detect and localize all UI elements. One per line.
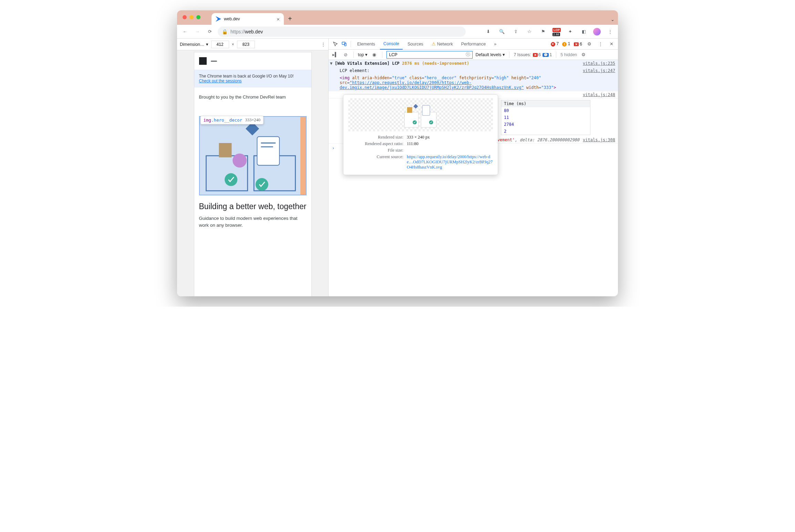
svg-rect-1 <box>219 143 231 157</box>
hidden-count[interactable]: 5 hidden <box>560 52 577 57</box>
height-input[interactable] <box>237 41 255 48</box>
minimize-window-button[interactable] <box>189 15 194 19</box>
dimensions-bar: Dimension…▾ × ⋮ <box>177 39 328 50</box>
reload-button[interactable]: ⟳ <box>205 27 214 36</box>
table-cell: 11 <box>501 114 590 121</box>
tabs-menu-button[interactable]: ⌄ <box>611 17 615 22</box>
install-app-icon[interactable]: ⬇ <box>484 27 493 36</box>
console-sidebar-toggle-icon[interactable]: ▸▍ <box>331 51 339 59</box>
tab-sources[interactable]: Sources <box>404 39 427 50</box>
source-link[interactable]: vitals.js:247 <box>579 68 615 73</box>
console-settings-icon[interactable]: ⚙ <box>580 51 587 59</box>
device-options-button[interactable]: ⋮ <box>321 42 326 47</box>
tab-performance[interactable]: Performance <box>458 39 489 50</box>
blocked-count[interactable]: ✕ 6 <box>574 42 582 47</box>
image-hover-popover: Rendered size:333 × 240 px Rendered aspe… <box>343 94 498 175</box>
tab-network[interactable]: ⚠Network <box>428 39 456 50</box>
log-prefix: [Web Vitals Extension] LCP <box>335 61 402 66</box>
new-tab-button[interactable]: + <box>288 15 292 23</box>
svg-rect-16 <box>422 105 430 115</box>
devtools-menu-button[interactable]: ⋮ <box>597 40 604 48</box>
svg-rect-12 <box>405 112 419 127</box>
source-link[interactable]: vitals.js:248 <box>579 92 615 97</box>
warning-count[interactable]: ! 1 <box>562 41 570 47</box>
table-header: Time (ms) <box>501 100 590 107</box>
menu-button[interactable]: ⋮ <box>606 27 615 36</box>
favicon-icon <box>216 16 221 22</box>
dimension-separator: × <box>232 42 234 47</box>
context-selector[interactable]: top ▾ <box>358 52 368 57</box>
titlebar: web.dev × + ⌄ <box>177 10 618 25</box>
clear-console-icon[interactable]: ⊘ <box>342 51 349 59</box>
dimensions-select[interactable]: Dimension…▾ <box>180 42 208 47</box>
address-bar[interactable]: 🔒 https://web.dev <box>218 27 466 37</box>
filter-text[interactable] <box>389 52 466 57</box>
element-inspect-tooltip: img.hero__decor 333×240 <box>200 116 264 124</box>
window-controls <box>183 15 200 19</box>
svg-point-9 <box>255 178 268 191</box>
tabs-overflow-button[interactable]: » <box>491 39 500 50</box>
device-toggle-icon[interactable] <box>340 40 348 48</box>
site-logo-icon[interactable] <box>199 57 207 65</box>
share-icon[interactable]: ⇪ <box>511 27 520 36</box>
console-output: ▼ [Web Vitals Extension] LCP 2876 ms (ne… <box>329 60 618 296</box>
table-cell: 2784 <box>501 121 590 128</box>
devtools-panel: Elements Console Sources ⚠Network Perfor… <box>329 39 618 296</box>
sidepanel-icon[interactable]: ◧ <box>579 27 588 36</box>
banner-link[interactable]: Check out the sessions <box>199 79 242 83</box>
hero-image[interactable] <box>199 116 307 195</box>
devtools-tabstrip: Elements Console Sources ⚠Network Perfor… <box>329 39 618 50</box>
tab-console[interactable]: Console <box>380 39 403 50</box>
tab-elements[interactable]: Elements <box>354 39 379 50</box>
bookmark-icon[interactable]: ☆ <box>525 27 534 36</box>
popover-source-link[interactable]: https://app.requestly.io/delay/2000/http… <box>407 154 493 170</box>
lock-icon: 🔒 <box>222 29 228 34</box>
svg-rect-14 <box>413 104 418 109</box>
tab-title: web.dev <box>224 17 274 21</box>
page-subtext: Guidance to build modern web experiences… <box>194 212 311 229</box>
console-row[interactable]: <img alt aria-hidden="true" class="hero_… <box>329 74 618 91</box>
clear-filter-icon[interactable]: ⓧ <box>466 52 470 58</box>
console-row[interactable]: ▼ [Web Vitals Extension] LCP 2876 ms (ne… <box>329 60 618 67</box>
close-tab-button[interactable]: × <box>277 16 280 22</box>
popover-label: Rendered size: <box>348 135 407 140</box>
flag-icon[interactable]: ⚑ <box>539 27 548 36</box>
error-count[interactable]: ✕ 7 <box>551 41 559 47</box>
page-header <box>194 52 311 70</box>
issues-summary[interactable]: 7 Issues: ✕6 💬1 <box>514 52 552 57</box>
console-row[interactable]: LCP element: vitals.js:247 <box>329 67 618 74</box>
svg-rect-4 <box>257 137 279 165</box>
fullscreen-window-button[interactable] <box>196 15 200 19</box>
close-devtools-button[interactable]: ✕ <box>608 40 615 48</box>
hero-illustration-icon <box>200 117 306 195</box>
settings-icon[interactable]: ⚙ <box>586 40 593 48</box>
popover-label: File size: <box>348 148 407 153</box>
table-cell: 80 <box>501 107 590 114</box>
svg-point-2 <box>233 154 247 168</box>
url-host: web.dev <box>245 29 263 34</box>
inspect-element-icon[interactable] <box>331 40 339 48</box>
profile-avatar[interactable] <box>593 28 601 35</box>
source-link[interactable]: vitals.js:308 <box>579 137 615 142</box>
svg-point-8 <box>225 173 237 186</box>
width-input[interactable] <box>211 41 229 48</box>
source-link[interactable]: vitals.js:235 <box>579 61 615 66</box>
popover-value <box>407 148 493 153</box>
forward-button[interactable]: → <box>193 27 202 36</box>
browser-tab[interactable]: web.dev × <box>211 13 284 25</box>
table-cell: 2 <box>501 128 590 135</box>
popover-label: Rendered aspect ratio: <box>348 141 407 146</box>
console-filter-input[interactable]: ⓧ <box>386 51 473 59</box>
lcp-extension-badge[interactable]: LCP 2.88 <box>553 27 561 36</box>
live-expression-icon[interactable]: ◉ <box>370 51 378 59</box>
extensions-icon[interactable]: ✦ <box>566 27 575 36</box>
url-protocol: https:// <box>230 29 245 34</box>
popover-label: Current source: <box>348 154 407 170</box>
log-levels-select[interactable]: Default levels ▾ <box>475 52 505 57</box>
close-window-button[interactable] <box>183 15 187 19</box>
popover-thumbnail <box>348 98 493 131</box>
back-button[interactable]: ← <box>180 27 189 36</box>
console-toolbar: ▸▍ ⊘ top ▾ ◉ ⓧ Default levels ▾ 7 Issues… <box>329 50 618 60</box>
menu-icon[interactable] <box>211 61 217 62</box>
zoom-icon[interactable]: 🔍 <box>497 27 506 36</box>
